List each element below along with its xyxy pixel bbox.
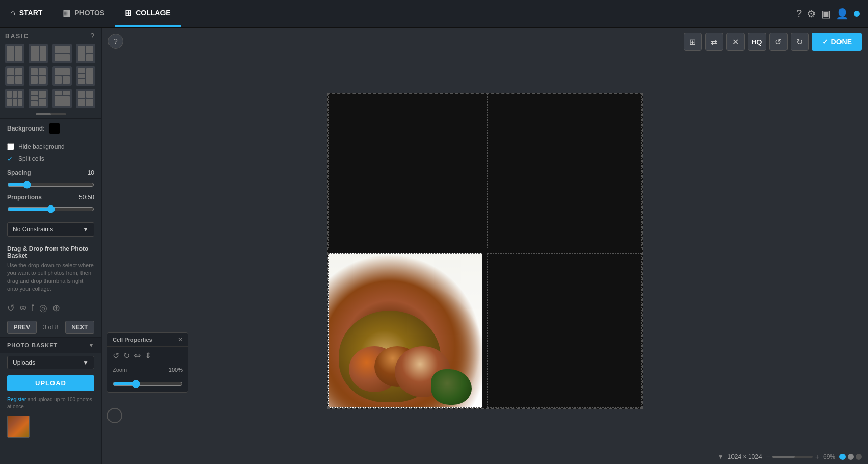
layout-thumb-8[interactable] [76, 66, 95, 86]
cell-rotate-right-icon[interactable]: ↻ [123, 351, 130, 360]
next-button[interactable]: NEXT [65, 321, 95, 334]
layout-thumb-10[interactable] [29, 89, 48, 108]
dnd-facebook-icon[interactable]: f [32, 302, 34, 313]
thumb-strip [0, 413, 101, 441]
nav-right-icons: ? ⚙ ▣ 👤 [796, 8, 868, 20]
cell-rotate-left-icon[interactable]: ↺ [113, 351, 119, 360]
split-cells-label: Split cells [18, 155, 44, 162]
hq-label: HQ [752, 38, 762, 46]
settings-icon[interactable]: ⚙ [807, 8, 816, 20]
proportions-label: Proportions [7, 194, 42, 201]
background-section: Background: [0, 118, 101, 141]
layout-thumb-11[interactable] [52, 89, 72, 108]
nav-start-label: START [19, 9, 43, 17]
collage-cell-1[interactable] [328, 94, 482, 248]
layout-thumb-1[interactable] [5, 44, 24, 63]
layers-icon: ⊞ [689, 37, 696, 47]
zoom-value: 100% [169, 367, 183, 373]
scroll-indicator [107, 408, 122, 423]
color-dot-blue[interactable] [839, 454, 846, 460]
zoom-in-icon[interactable]: + [815, 453, 819, 461]
nav-photos-label: PHOTOS [74, 9, 104, 17]
hide-background-checkbox[interactable] [7, 143, 14, 150]
canvas-toolbar: ⊞ ⇄ ✕ HQ ↺ ↻ ✓ DONE [677, 28, 868, 56]
background-color-swatch[interactable] [49, 123, 60, 134]
collage-cell-3[interactable] [328, 253, 482, 408]
layout-thumb-6[interactable] [29, 66, 48, 86]
cell-flip-v-icon[interactable]: ⇕ [145, 351, 151, 360]
photo-basket-header[interactable]: PHOTO BASKET ▼ [0, 338, 101, 353]
hq-button[interactable]: HQ [748, 33, 766, 51]
cell-props-close-button[interactable]: ✕ [178, 336, 183, 343]
top-nav: ⌂ START ▦ PHOTOS ⊞ COLLAGE ? ⚙ ▣ 👤 [0, 0, 868, 28]
spacing-section: Spacing 10 Proportions 50:50 [0, 165, 101, 219]
layout-thumb-7[interactable] [52, 66, 72, 86]
collage-canvas [327, 93, 643, 409]
register-link[interactable]: Register [7, 397, 26, 402]
home-icon: ⌂ [10, 8, 15, 17]
nav-photos[interactable]: ▦ PHOTOS [52, 0, 115, 27]
help-icon[interactable]: ? [796, 8, 802, 19]
left-panel: BASIC ? [0, 28, 102, 464]
photo-thumb-1[interactable] [7, 416, 30, 438]
layout-thumb-2[interactable] [29, 44, 48, 63]
spacing-slider[interactable] [7, 181, 94, 189]
prev-button[interactable]: PREV [7, 321, 37, 334]
uploads-dropdown[interactable]: Uploads ▼ [7, 356, 94, 369]
zoom-track [772, 456, 813, 458]
layout-thumb-3[interactable] [52, 44, 72, 63]
remove-button[interactable]: ✕ [726, 33, 745, 51]
constraints-label: No Constraints [13, 226, 53, 233]
constraints-dropdown[interactable]: No Constraints ▼ [7, 222, 94, 237]
dnd-icons-row: ↺ ∞ f ◎ ⊕ [0, 298, 101, 318]
panel-title: BASIC [5, 28, 29, 44]
chevron-down-icon[interactable]: ▼ [718, 453, 724, 460]
user-icon[interactable]: 👤 [836, 8, 849, 20]
dnd-section: Drag & Drop from the Photo Basket Use th… [0, 240, 101, 298]
layout-thumb-12[interactable] [76, 89, 95, 108]
constraints-chevron-icon: ▼ [83, 226, 89, 233]
nav-collage[interactable]: ⊞ COLLAGE [115, 0, 180, 27]
layout-thumb-4[interactable] [76, 44, 95, 63]
cell-props-tools: ↺ ↻ ⇔ ⇕ [107, 347, 188, 365]
canvas-help-button[interactable]: ? [108, 34, 123, 49]
proportions-slider[interactable] [7, 205, 94, 213]
dnd-title: Drag & Drop from the Photo Basket [7, 245, 94, 260]
cell-props-title: Cell Properties [113, 337, 152, 343]
dnd-target-icon[interactable]: ◎ [39, 302, 47, 314]
upload-button[interactable]: UPLOAD [7, 375, 94, 391]
split-cells-checkmark: ✓ [7, 154, 13, 163]
layout-thumb-9[interactable] [5, 89, 24, 108]
spacing-label: Spacing [7, 169, 31, 176]
collage-cell-4[interactable] [487, 253, 642, 408]
panel-help-icon[interactable]: ? [88, 28, 96, 44]
layers-button[interactable]: ⊞ [684, 33, 702, 51]
dnd-web-icon[interactable]: ⊕ [52, 302, 60, 314]
layout-thumb-5[interactable] [5, 66, 24, 86]
page-of-label: 3 of 8 [41, 324, 61, 331]
zoom-slider[interactable] [113, 380, 183, 388]
background-label: Background: [7, 125, 45, 132]
cell-properties-panel: Cell Properties ✕ ↺ ↻ ⇔ ⇕ Zoom 100% [107, 332, 188, 393]
canvas-size-label: 1024 × 1024 [728, 453, 762, 460]
zoom-percentage: 69% [823, 453, 835, 460]
done-button[interactable]: ✓ DONE [812, 33, 862, 51]
zoom-out-icon[interactable]: − [766, 453, 770, 461]
status-bar: ▼ 1024 × 1024 − + 69% [712, 450, 868, 464]
collage-cell-2[interactable] [487, 94, 642, 248]
zoom-fill [772, 456, 795, 458]
export-icon[interactable]: ▣ [821, 8, 831, 20]
color-dots [839, 454, 862, 460]
dnd-rotate-icon[interactable]: ↺ [7, 302, 15, 314]
dnd-chain-icon[interactable]: ∞ [20, 302, 26, 313]
cell-flip-h-icon[interactable]: ⇔ [134, 351, 141, 360]
spacing-value: 10 [88, 169, 94, 176]
undo-button[interactable]: ↺ [769, 33, 788, 51]
dnd-desc: Use the drop-down to select where you wa… [7, 262, 94, 293]
color-dot-gray1[interactable] [848, 454, 854, 460]
nav-start[interactable]: ⌂ START [0, 0, 52, 27]
redo-button[interactable]: ↻ [791, 33, 809, 51]
shuffle-button[interactable]: ⇄ [705, 33, 723, 51]
color-dot-gray2[interactable] [856, 454, 862, 460]
collage-icon: ⊞ [125, 8, 131, 18]
